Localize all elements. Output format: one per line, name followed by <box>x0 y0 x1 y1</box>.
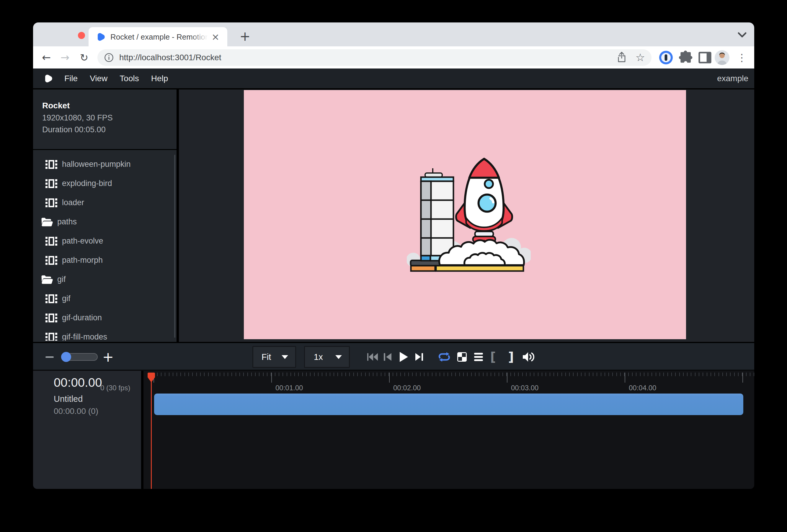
sidebar-item-label: path-morph <box>62 256 103 265</box>
sidebar-composition-gif[interactable]: gif <box>33 289 176 308</box>
sidebar-item-label: halloween-pumpkin <box>62 160 131 169</box>
sidebar-divider <box>33 149 176 150</box>
browser-tab[interactable]: Rocket / example - Remotion P × <box>89 27 227 46</box>
close-window-button[interactable] <box>78 32 85 39</box>
next-frame-button[interactable] <box>413 343 426 371</box>
onepassword-extension-icon[interactable] <box>658 50 674 65</box>
out-point-button[interactable]: ] <box>505 343 517 371</box>
composition-duration: Duration 00:05.00 <box>42 125 176 134</box>
sequence-bar[interactable] <box>154 393 743 415</box>
film-icon <box>45 159 58 169</box>
sidebar-composition-halloween-pumpkin[interactable]: halloween-pumpkin <box>33 155 176 174</box>
ruler-label: 00:02.00 <box>393 384 421 392</box>
film-icon <box>45 178 58 189</box>
share-icon[interactable] <box>617 52 627 63</box>
sidebar-item-label: gif <box>62 294 70 303</box>
previous-frame-icon <box>383 352 392 362</box>
composition-list: halloween-pumpkinexploding-birdloaderpat… <box>33 155 176 341</box>
address-bar[interactable]: http://localhost:3001/Rocket ☆ <box>98 49 652 66</box>
bookmark-star-icon[interactable]: ☆ <box>636 49 645 66</box>
timeline-left-panel: 00:00.00 0 (30 fps) Untitled 00:00.00 (0… <box>33 371 144 489</box>
chevron-down-icon <box>282 355 288 359</box>
track-meta: 00:00.00 (0) <box>54 406 98 416</box>
chevron-down-icon <box>335 355 342 359</box>
sidebar-scrollbar[interactable] <box>174 155 175 338</box>
tab-search-chevron-icon[interactable] <box>736 31 748 40</box>
menu-tools[interactable]: Tools <box>120 74 139 83</box>
back-button[interactable]: ← <box>39 50 54 65</box>
timeline-rows-button[interactable] <box>472 343 485 371</box>
folder-open-icon <box>41 217 53 227</box>
profile-avatar[interactable] <box>715 50 730 65</box>
sidebar-folder-gif[interactable]: gif <box>33 270 176 289</box>
volume-icon <box>522 351 535 363</box>
zoom-in-button[interactable]: + <box>102 343 114 371</box>
play-icon <box>399 351 408 363</box>
play-button[interactable] <box>397 343 410 371</box>
next-frame-icon <box>414 352 424 362</box>
compositions-sidebar: Rocket 1920x1080, 30 FPS Duration 00:05.… <box>33 89 179 342</box>
playhead-handle[interactable] <box>147 373 156 383</box>
playhead-line[interactable] <box>151 381 152 489</box>
timeline-panel: 00:00.00 0 (30 fps) Untitled 00:00.00 (0… <box>33 371 754 489</box>
playback-speed-dropdown[interactable]: 1x <box>304 346 350 368</box>
transparency-toggle-button[interactable] <box>455 343 468 371</box>
zoom-slider-thumb[interactable] <box>61 352 71 362</box>
extensions-puzzle-icon[interactable] <box>678 50 693 65</box>
menu-help[interactable]: Help <box>151 74 168 83</box>
browser-window: Rocket / example - Remotion P × + ← → ↻ … <box>33 22 754 489</box>
sidebar-item-label: exploding-bird <box>62 179 112 188</box>
sidebar-item-label: gif <box>57 275 66 284</box>
sidebar-composition-path-evolve[interactable]: path-evolve <box>33 231 176 251</box>
film-icon <box>45 198 58 208</box>
volume-button[interactable] <box>522 343 535 371</box>
sidebar-composition-exploding-bird[interactable]: exploding-bird <box>33 174 176 193</box>
sidebar-item-label: paths <box>57 217 77 227</box>
ruler-label: 00:01.00 <box>275 384 303 392</box>
minus-icon <box>45 356 54 358</box>
project-name-label: example <box>717 74 748 83</box>
film-icon <box>45 255 58 265</box>
menu-view[interactable]: View <box>90 74 107 83</box>
preview-toolbar: + Fit 1x <box>33 342 754 371</box>
composition-name: Rocket <box>42 101 176 110</box>
skip-to-start-button[interactable] <box>366 343 379 371</box>
sidebar-composition-gif-duration[interactable]: gif-duration <box>33 308 176 327</box>
sidebar-item-label: gif-duration <box>62 313 102 322</box>
loop-icon <box>438 352 451 362</box>
zoom-out-button[interactable] <box>43 343 56 371</box>
folder-open-icon <box>41 275 53 284</box>
site-info-icon[interactable] <box>104 52 114 63</box>
in-point-button[interactable]: [ <box>487 343 499 371</box>
url-text: http://localhost:3001/Rocket <box>119 53 221 62</box>
canvas-size-dropdown[interactable]: Fit <box>252 346 296 368</box>
sidebar-composition-gif-fill-modes[interactable]: gif-fill-modes <box>33 327 176 341</box>
sidebar-composition-path-morph[interactable]: path-morph <box>33 251 176 270</box>
sidebar-item-label: path-evolve <box>62 236 103 246</box>
reload-button[interactable]: ↻ <box>77 50 91 65</box>
previous-frame-button[interactable] <box>381 343 394 371</box>
playback-speed-value: 1x <box>314 352 323 362</box>
film-icon <box>45 313 58 323</box>
loop-toggle-button[interactable] <box>438 343 451 371</box>
timeline-track-area[interactable]: 00:01.00 00:02.00 00:03.00 00:04.00 <box>144 371 754 489</box>
browser-toolbar: ← → ↻ http://localhost:3001/Rocket ☆ <box>33 46 754 68</box>
sidebar-composition-loader[interactable]: loader <box>33 193 176 212</box>
zoom-slider[interactable] <box>61 343 98 371</box>
remotion-logo-icon[interactable] <box>44 74 52 83</box>
sidebar-folder-paths[interactable]: paths <box>33 212 176 231</box>
tab-close-icon[interactable]: × <box>210 31 221 43</box>
menu-file[interactable]: File <box>64 74 78 83</box>
preview-area <box>179 89 754 342</box>
film-icon <box>45 236 58 246</box>
side-panel-icon[interactable] <box>697 50 712 65</box>
track-name: Untitled <box>54 394 83 404</box>
rows-icon <box>473 353 484 361</box>
forward-button[interactable]: → <box>58 50 72 65</box>
sidebar-item-label: gif-fill-modes <box>62 333 107 341</box>
new-tab-button[interactable]: + <box>236 28 254 45</box>
browser-menu-icon[interactable]: ⋮ <box>737 50 746 65</box>
film-icon <box>45 332 58 341</box>
checkerboard-icon <box>457 352 467 362</box>
ruler-label: 00:04.00 <box>629 384 656 392</box>
